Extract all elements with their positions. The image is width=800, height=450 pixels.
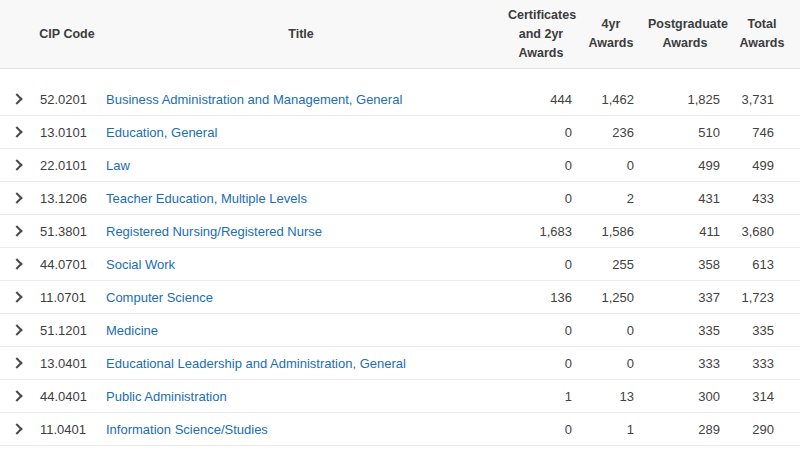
expand-row-button[interactable] <box>5 285 29 309</box>
title-cell: Information Science/Studies <box>100 413 502 446</box>
cert-2yr-awards-cell: 0 <box>502 347 580 380</box>
expand-row-button[interactable] <box>5 384 29 408</box>
4yr-awards-cell: 2 <box>580 182 642 215</box>
title-cell: Educational Leadership and Administratio… <box>100 347 502 380</box>
4yr-awards-cell: 13 <box>580 380 642 413</box>
expand-cell <box>0 83 34 116</box>
chevron-right-icon <box>11 127 22 138</box>
table-row: 13.0401 Educational Leadership and Admin… <box>0 347 800 380</box>
expand-row-button[interactable] <box>5 87 29 111</box>
title-link[interactable]: Registered Nursing/Registered Nurse <box>106 224 322 239</box>
total-awards-cell: 1,723 <box>728 281 800 314</box>
expand-row-button[interactable] <box>5 219 29 243</box>
chevron-right-icon <box>11 292 22 303</box>
postgraduate-awards-cell: 337 <box>642 281 728 314</box>
expand-cell <box>0 215 34 248</box>
title-link[interactable]: Computer Science <box>106 290 213 305</box>
postgraduate-awards-cell: 333 <box>642 347 728 380</box>
postgraduate-awards-cell: 431 <box>642 182 728 215</box>
title-link[interactable]: Law <box>106 158 130 173</box>
total-awards-cell: 314 <box>728 380 800 413</box>
title-link[interactable]: Teacher Education, Multiple Levels <box>106 191 307 206</box>
title-link[interactable]: Public Administration <box>106 389 227 404</box>
column-header-postgraduate-awards: Postgraduate Awards <box>642 0 728 69</box>
expand-row-button[interactable] <box>5 351 29 375</box>
chevron-right-icon <box>11 424 22 435</box>
chevron-right-icon <box>11 259 22 270</box>
total-awards-cell: 333 <box>728 347 800 380</box>
title-link[interactable]: Information Science/Studies <box>106 422 268 437</box>
column-header-title: Title <box>100 0 502 69</box>
title-cell: Law <box>100 149 502 182</box>
postgraduate-awards-cell: 1,825 <box>642 83 728 116</box>
expand-row-button[interactable] <box>5 120 29 144</box>
expand-cell <box>0 248 34 281</box>
title-cell: Registered Nursing/Registered Nurse <box>100 215 502 248</box>
4yr-awards-cell: 0 <box>580 314 642 347</box>
cert-2yr-awards-cell: 0 <box>502 314 580 347</box>
column-header-total-awards: Total Awards <box>728 0 800 69</box>
expand-cell <box>0 380 34 413</box>
expand-row-button[interactable] <box>5 417 29 441</box>
table-row: 44.0401 Public Administration 1 13 300 3… <box>0 380 800 413</box>
4yr-awards-cell: 236 <box>580 116 642 149</box>
4yr-awards-cell: 1,586 <box>580 215 642 248</box>
total-awards-cell: 3,680 <box>728 215 800 248</box>
chevron-right-icon <box>11 325 22 336</box>
chevron-right-icon <box>11 226 22 237</box>
cip-code-cell: 13.0401 <box>34 347 100 380</box>
chevron-right-icon <box>11 358 22 369</box>
title-cell: Computer Science <box>100 281 502 314</box>
total-awards-cell: 499 <box>728 149 800 182</box>
table-row: 13.1206 Teacher Education, Multiple Leve… <box>0 182 800 215</box>
expand-row-button[interactable] <box>5 153 29 177</box>
4yr-awards-cell: 1,462 <box>580 83 642 116</box>
total-awards-cell: 746 <box>728 116 800 149</box>
cert-2yr-awards-cell: 0 <box>502 413 580 446</box>
cert-2yr-awards-cell: 0 <box>502 149 580 182</box>
title-link[interactable]: Social Work <box>106 257 175 272</box>
postgraduate-awards-cell: 335 <box>642 314 728 347</box>
table-row: 51.1201 Medicine 0 0 335 335 <box>0 314 800 347</box>
cert-2yr-awards-cell: 0 <box>502 248 580 281</box>
cert-2yr-awards-cell: 444 <box>502 83 580 116</box>
total-awards-cell: 3,731 <box>728 83 800 116</box>
table-row: 52.0201 Business Administration and Mana… <box>0 83 800 116</box>
cip-code-cell: 52.0201 <box>34 83 100 116</box>
title-cell: Medicine <box>100 314 502 347</box>
cip-code-cell: 13.0101 <box>34 116 100 149</box>
cip-code-cell: 51.1201 <box>34 314 100 347</box>
4yr-awards-cell: 0 <box>580 149 642 182</box>
table-row: 11.0701 Computer Science 136 1,250 337 1… <box>0 281 800 314</box>
column-header-cip-code: CIP Code <box>34 0 100 69</box>
title-link[interactable]: Medicine <box>106 323 158 338</box>
title-link[interactable]: Educational Leadership and Administratio… <box>106 356 406 371</box>
postgraduate-awards-cell: 510 <box>642 116 728 149</box>
expand-row-button[interactable] <box>5 318 29 342</box>
table-row: 44.0701 Social Work 0 255 358 613 <box>0 248 800 281</box>
postgraduate-awards-cell: 499 <box>642 149 728 182</box>
4yr-awards-cell: 255 <box>580 248 642 281</box>
title-link[interactable]: Business Administration and Management, … <box>106 92 402 107</box>
table-header: CIP Code Title Certificates and 2yr Awar… <box>0 0 800 69</box>
4yr-awards-cell: 0 <box>580 347 642 380</box>
expand-cell <box>0 182 34 215</box>
header-row: CIP Code Title Certificates and 2yr Awar… <box>0 0 800 69</box>
expand-row-button[interactable] <box>5 252 29 276</box>
total-awards-cell: 290 <box>728 413 800 446</box>
cip-code-cell: 44.0401 <box>34 380 100 413</box>
chevron-right-icon <box>11 391 22 402</box>
title-link[interactable]: Education, General <box>106 125 217 140</box>
expand-row-button[interactable] <box>5 186 29 210</box>
awards-table: CIP Code Title Certificates and 2yr Awar… <box>0 0 800 446</box>
4yr-awards-cell: 1 <box>580 413 642 446</box>
expand-cell <box>0 413 34 446</box>
title-cell: Public Administration <box>100 380 502 413</box>
cert-2yr-awards-cell: 1 <box>502 380 580 413</box>
postgraduate-awards-cell: 289 <box>642 413 728 446</box>
cert-2yr-awards-cell: 0 <box>502 182 580 215</box>
postgraduate-awards-cell: 411 <box>642 215 728 248</box>
column-header-4yr-awards: 4yr Awards <box>580 0 642 69</box>
table-row: 13.0101 Education, General 0 236 510 746 <box>0 116 800 149</box>
expand-cell <box>0 347 34 380</box>
